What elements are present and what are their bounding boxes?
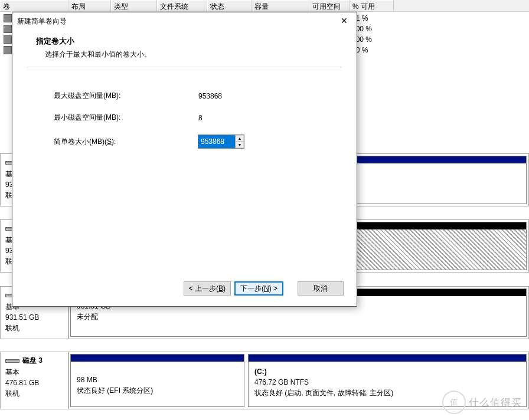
volume-size-spinner[interactable]: ▲ ▼ bbox=[198, 134, 244, 149]
disk-status: 联机 bbox=[5, 323, 63, 333]
col-layout[interactable]: 布局 bbox=[68, 0, 111, 11]
max-disk-space-value: 953868 bbox=[198, 92, 222, 100]
disk-info: 磁盘 3 基本 476.81 GB 联机 bbox=[1, 352, 68, 409]
new-simple-volume-wizard-dialog: 新建简单卷向导 ✕ 指定卷大小 选择介于最大和最小值的卷大小。 最大磁盘空间量(… bbox=[12, 12, 357, 307]
col-type[interactable]: 类型 bbox=[111, 0, 157, 11]
wizard-subheading: 选择介于最大和最小值的卷大小。 bbox=[45, 50, 342, 60]
partition-size: 476.72 GB NTFS bbox=[254, 377, 520, 388]
min-disk-space-value: 8 bbox=[198, 114, 203, 122]
back-button[interactable]: < 上一步(B) bbox=[184, 281, 231, 296]
volume-table-header: 卷 布局 类型 文件系统 状态 容量 可用空间 % 可用 bbox=[0, 0, 529, 12]
cancel-button[interactable]: 取消 bbox=[298, 281, 344, 296]
dialog-titlebar[interactable]: 新建简单卷向导 ✕ bbox=[12, 12, 357, 30]
volume-size-input[interactable] bbox=[198, 135, 235, 148]
col-pct-free[interactable]: % 可用 bbox=[350, 0, 394, 11]
partition-title: (C:) bbox=[254, 366, 520, 377]
drive-icon bbox=[4, 46, 12, 54]
dialog-title: 新建简单卷向导 bbox=[17, 17, 67, 27]
drive-icon bbox=[4, 14, 12, 22]
col-volume[interactable]: 卷 bbox=[0, 0, 68, 11]
drive-icon bbox=[4, 35, 12, 44]
disk-status: 联机 bbox=[5, 388, 63, 399]
disk-partition-efi[interactable]: 98 MB 状态良好 (EFI 系统分区) bbox=[70, 354, 244, 407]
col-status[interactable]: 状态 bbox=[207, 0, 252, 11]
col-capacity[interactable]: 容量 bbox=[252, 0, 309, 11]
max-disk-space-label: 最大磁盘空间量(MB): bbox=[54, 91, 198, 101]
watermark: 值 什么值得买 bbox=[442, 391, 522, 414]
drive-icon bbox=[4, 25, 12, 33]
disk-icon bbox=[5, 359, 19, 363]
disk-size: 931.51 GB bbox=[5, 312, 63, 323]
col-free[interactable]: 可用空间 bbox=[309, 0, 350, 11]
partition-status: 状态良好 (EFI 系统分区) bbox=[77, 385, 238, 396]
partition-size: 98 MB bbox=[77, 375, 238, 385]
volume-size-label: 简单卷大小(MB)(S): bbox=[54, 137, 198, 147]
min-disk-space-label: 最小磁盘空间量(MB): bbox=[54, 113, 198, 123]
disk-size: 476.81 GB bbox=[5, 378, 63, 388]
wizard-heading: 指定卷大小 bbox=[36, 36, 342, 47]
close-button[interactable]: ✕ bbox=[337, 15, 352, 27]
spin-down-button[interactable]: ▼ bbox=[236, 142, 244, 148]
spin-up-button[interactable]: ▲ bbox=[236, 135, 244, 142]
disk-type: 基本 bbox=[5, 367, 63, 378]
col-filesystem[interactable]: 文件系统 bbox=[157, 0, 207, 11]
partition-status: 未分配 bbox=[77, 311, 520, 322]
watermark-icon: 值 bbox=[442, 391, 466, 414]
disk-title: 磁盘 3 bbox=[22, 356, 43, 365]
next-button[interactable]: 下一步(N) > bbox=[234, 281, 283, 296]
